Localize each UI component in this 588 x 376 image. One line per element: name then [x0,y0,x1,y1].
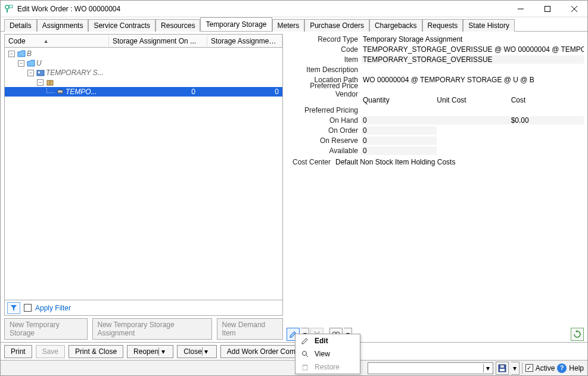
svg-point-17 [303,352,307,356]
svg-rect-6 [37,70,44,76]
restore-icon [300,363,310,371]
item-value: TEMPORARY_STORAGE_OVERISSUE [362,55,584,64]
maximize-button[interactable] [534,1,561,17]
tab-purchase-orders[interactable]: Purchase Orders [304,19,369,32]
tree-header-av[interactable]: Storage Assignment Av... [207,36,282,46]
on-order-label: On Order [287,126,362,135]
available-qty: 0 [362,147,437,155]
chevron-down-icon[interactable]: ▾ [158,347,167,356]
record-type-label: Record Type [287,35,362,43]
tab-temporary-storage[interactable]: Temporary Storage [200,17,272,31]
on-reserve-label: On Reserve [287,136,362,145]
title-bar: Edit Work Order : WO 00000004 [1,1,587,17]
item-desc-label: Item Description [287,66,362,74]
status-bar: ▾ ▾ Active ? Help [1,360,587,375]
apply-filter-label[interactable]: Apply Filter [35,304,71,312]
item-icon [56,88,64,96]
cost-center-value: Default Non Stock Item Holding Costs [334,158,584,166]
tree-header-code[interactable]: Code▲ [5,36,109,46]
svg-rect-22 [500,369,505,371]
tree-node-selected[interactable]: TEMPO... 0 0 [5,87,282,97]
unit-cost-header: Unit Cost [435,96,509,104]
expander-icon[interactable]: − [37,79,43,86]
preferred-pricing-label: Preferred Pricing [287,106,362,114]
context-menu: Edit View Restore [295,334,360,374]
on-reserve-qty: 0 [362,136,437,145]
new-demand-item-button[interactable]: New Demand Item [217,318,283,340]
menu-item-edit[interactable]: Edit [295,334,360,347]
help-label[interactable]: Help [569,364,584,372]
svg-rect-1 [9,5,13,8]
tree-header: Code▲ Storage Assignment On ... Storage … [4,34,283,47]
svg-rect-3 [545,6,550,11]
menu-item-view[interactable]: View [295,347,360,361]
quantity-header: Quantity [362,96,435,104]
location-path-value: WO 00000004 @ TEMPORARY STORAGE @ U @ B [362,76,584,84]
new-temporary-storage-button[interactable]: New Temporary Storage [4,318,88,340]
apply-filter-checkbox[interactable] [24,304,32,312]
view-icon [300,350,310,358]
on-hand-cost: $0.00 [510,116,584,125]
code-label: Code [287,45,362,54]
detail-form: Record TypeTemporary Storage Assignment … [287,34,584,169]
cost-header: Cost [510,96,584,104]
svg-rect-7 [38,72,40,73]
app-icon [4,4,14,14]
on-order-qty: 0 [362,126,437,135]
tree-header-on[interactable]: Storage Assignment On ... [109,36,207,46]
tab-resources[interactable]: Resources [155,19,200,32]
filter-icon-button[interactable] [7,302,20,314]
chevron-down-icon[interactable]: ▾ [483,364,493,372]
tab-strip: Details Assignments Service Contracts Re… [1,17,587,32]
window-title: Edit Work Order : WO 00000004 [17,5,507,13]
svg-point-0 [5,5,9,9]
reopen-button[interactable]: Reopen▾ [127,345,173,358]
storage-icon [36,69,45,77]
folder-icon [17,49,26,58]
refresh-button[interactable] [571,328,584,341]
tab-requests[interactable]: Requests [422,19,463,32]
tree-node-u[interactable]: U [36,58,42,68]
close-window-button[interactable] [561,1,587,17]
new-temporary-storage-assignment-button[interactable]: New Temporary Storage Assignment [92,318,212,340]
save-dropdown[interactable]: ▾ [511,362,519,375]
active-checkbox[interactable] [525,364,533,372]
save-button: Save [36,345,65,358]
svg-line-18 [306,355,308,357]
svg-point-11 [57,90,63,92]
tab-details[interactable]: Details [4,19,37,32]
tree-node-root[interactable]: B [27,49,32,58]
folder-icon [27,59,35,67]
cost-center-label: Cost Center [287,158,334,166]
expander-icon[interactable]: − [27,70,34,76]
edit-icon [300,337,310,344]
expander-icon[interactable]: − [18,60,24,67]
box-icon [46,78,54,86]
expander-icon[interactable]: − [8,51,15,57]
menu-item-restore: Restore [295,361,360,374]
tab-chargebacks[interactable]: Chargebacks [369,19,422,32]
tab-service-contracts[interactable]: Service Contracts [88,19,155,32]
help-icon[interactable]: ? [557,363,567,373]
tree-view[interactable]: − B − U − TEMPORARY S... − [4,47,283,300]
on-hand-qty: 0 [362,116,435,125]
save-icon-button[interactable] [496,362,509,375]
svg-rect-19 [303,365,307,370]
print-close-button[interactable]: Print & Close [69,345,123,358]
tab-state-history[interactable]: State History [463,19,515,32]
record-type-value: Temporary Storage Assignment [362,35,584,43]
active-label: Active [536,364,555,372]
close-button[interactable]: Close▾ [177,345,217,358]
status-combo[interactable]: ▾ [368,362,493,374]
tab-assignments[interactable]: Assignments [37,19,89,32]
tree-node-temp[interactable]: TEMPORARY S... [46,68,104,77]
item-label: Item [287,55,362,64]
tab-meters[interactable]: Meters [272,19,305,32]
available-label: Available [287,147,362,155]
code-value: TEMPORARY_STORAGE_OVERISSUE @ WO 0000000… [362,45,584,54]
chevron-down-icon[interactable]: ▾ [202,347,210,356]
print-button[interactable]: Print [4,345,32,358]
svg-rect-23 [500,365,504,368]
minimize-button[interactable] [507,1,534,17]
on-hand-label: On Hand [287,116,362,125]
